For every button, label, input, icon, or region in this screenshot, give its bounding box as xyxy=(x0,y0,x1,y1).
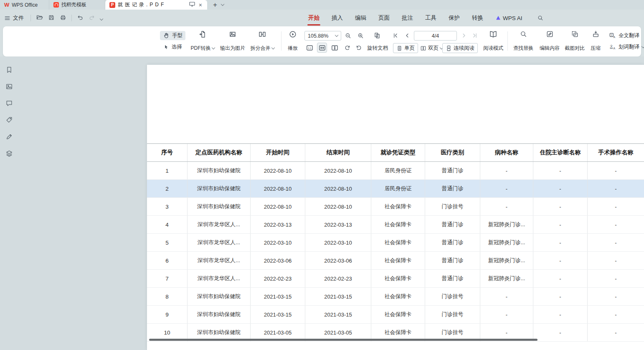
signature-pen-icon[interactable] xyxy=(5,133,13,141)
table-cell: 2022-03-13 xyxy=(305,216,371,233)
menubar-search-icon[interactable] xyxy=(537,15,544,21)
full-translate-button[interactable]: 文A 全文翻译 xyxy=(606,31,644,40)
single-page-toggle[interactable]: 单页 xyxy=(393,43,418,53)
file-menu-button[interactable]: 文件 xyxy=(4,14,24,22)
menu-tab-insert[interactable]: 插入 xyxy=(332,10,343,26)
fit-page-button[interactable] xyxy=(330,43,340,53)
tab-docer-templates[interactable]: 找稻壳模板 xyxy=(49,0,105,10)
edit-content-button[interactable]: 编辑内容 xyxy=(538,30,561,52)
pdf-convert-button[interactable]: PDF转换 xyxy=(189,30,216,52)
undo-icon[interactable] xyxy=(77,14,84,22)
select-tool-button[interactable]: 选择 xyxy=(160,42,185,51)
tab-close-icon[interactable]: × xyxy=(198,2,203,8)
table-cell: 深圳市龙华区人... xyxy=(188,216,251,233)
hand-tool-label: 手型 xyxy=(172,32,183,39)
menu-bar: 文件 开始 插入 编辑 页面 xyxy=(0,10,644,26)
chevron-down-icon xyxy=(641,44,644,48)
menu-tab-page[interactable]: 页面 xyxy=(378,10,390,26)
table-row: 8深圳市妇幼保健院2021-03-152021-03-15社会保障卡门诊挂号--… xyxy=(147,288,644,306)
rotate-left-button[interactable] xyxy=(342,43,352,53)
tag-icon[interactable] xyxy=(5,116,13,124)
prev-page-button[interactable] xyxy=(402,31,412,41)
monitor-icon[interactable] xyxy=(189,1,195,9)
hand-tool-button[interactable]: 手型 xyxy=(160,31,185,40)
table-cell: 居民身份证 xyxy=(371,162,425,179)
zoom-out-icon xyxy=(345,32,352,39)
screenshot-compare-button[interactable]: 截图对比 xyxy=(563,30,586,52)
table-cell: - xyxy=(533,162,588,179)
table-cell: 2021-03-15 xyxy=(305,306,371,323)
redo-icon[interactable] xyxy=(89,14,95,22)
double-page-toggle[interactable]: 双页 xyxy=(417,43,446,53)
full-translate-label: 全文翻译 xyxy=(619,32,639,39)
table-cell: 2022-08-10 xyxy=(251,162,305,179)
next-page-button[interactable] xyxy=(459,31,469,41)
column-header: 手术操作名称 xyxy=(588,144,644,161)
chevron-down-icon xyxy=(211,46,215,49)
menu-tab-protect[interactable]: 保护 xyxy=(449,10,460,26)
table-cell: 2022-08-10 xyxy=(251,198,305,215)
new-tab-button[interactable]: + xyxy=(207,0,221,10)
zoom-out-button[interactable] xyxy=(343,31,353,41)
table-cell: - xyxy=(588,216,644,233)
table-cell: 2022-03-10 xyxy=(251,234,305,251)
menu-tab-tools[interactable]: 工具 xyxy=(425,10,436,26)
layers-icon[interactable] xyxy=(5,149,13,158)
menu-wps-ai[interactable]: WPS AI xyxy=(495,10,522,26)
menu-tab-home[interactable]: 开始 xyxy=(308,10,319,26)
split-merge-label: 拆分合并 xyxy=(251,45,271,52)
table-cell: 居民身份证 xyxy=(371,180,425,197)
table-cell: 5 xyxy=(147,234,188,251)
table-cell: 4 xyxy=(147,216,188,233)
rotate-document-button[interactable]: 旋转文档 xyxy=(367,43,388,53)
table-cell: 2021-03-15 xyxy=(305,288,371,305)
table-cell: 深圳市妇幼保健院 xyxy=(188,288,251,305)
find-replace-button[interactable]: 查找替换 xyxy=(512,30,535,52)
table-cell: 新冠肺炎门诊... xyxy=(480,216,533,233)
continuous-read-toggle[interactable]: 连续阅读 xyxy=(442,43,478,53)
read-mode-button[interactable]: 阅读模式 xyxy=(482,30,505,52)
split-merge-button[interactable]: 拆分合并 xyxy=(248,30,277,52)
export-image-button[interactable]: 输出为图片 xyxy=(217,30,248,52)
table-cell: - xyxy=(588,252,644,269)
horizontal-scrollbar[interactable] xyxy=(149,339,538,341)
tab-wps-office[interactable]: W WPS Office xyxy=(0,0,49,10)
compress-button[interactable]: 压缩 xyxy=(588,30,603,52)
table-cell: 7 xyxy=(147,270,188,287)
first-page-button[interactable] xyxy=(390,31,401,41)
open-folder-icon[interactable] xyxy=(36,14,43,22)
play-button[interactable]: 播放 xyxy=(285,30,300,52)
docer-icon xyxy=(53,2,59,8)
last-page-button[interactable] xyxy=(470,31,480,41)
menu-tab-edit[interactable]: 编辑 xyxy=(355,10,366,26)
table-cell: 2022-08-10 xyxy=(305,180,371,197)
fit-width-button[interactable] xyxy=(317,43,327,53)
rotate-left-icon xyxy=(344,44,351,51)
zoom-in-button[interactable] xyxy=(355,31,365,41)
table-cell: - xyxy=(480,180,533,197)
thumbnail-icon[interactable] xyxy=(5,82,13,91)
rotate-right-button[interactable] xyxy=(354,43,364,53)
column-header: 结束时间 xyxy=(305,144,371,161)
page-thumbnail-button[interactable] xyxy=(372,31,382,41)
menu-tab-convert[interactable]: 转换 xyxy=(472,10,483,26)
compress-icon xyxy=(592,30,600,38)
quick-access-caret-icon[interactable] xyxy=(100,15,103,21)
page-number-input[interactable] xyxy=(414,31,457,41)
table-cell: 2022-02-23 xyxy=(251,270,305,287)
save-icon[interactable] xyxy=(48,14,55,22)
table-cell: 普通门诊 xyxy=(425,234,480,251)
zoom-level-select[interactable]: 105.88% xyxy=(304,31,341,41)
actual-size-button[interactable]: 1:1 xyxy=(304,43,314,53)
tab-list-caret-icon[interactable] xyxy=(221,0,228,10)
tab-document[interactable]: P 就医记录.PDF × xyxy=(105,0,207,10)
menu-tab-comment[interactable]: 批注 xyxy=(402,10,413,26)
svg-text:文: 文 xyxy=(610,33,613,36)
export-image-icon xyxy=(228,30,237,38)
bookmark-icon[interactable] xyxy=(5,66,13,74)
comment-icon[interactable] xyxy=(5,99,13,107)
print-icon[interactable] xyxy=(60,14,66,22)
word-translate-button[interactable]: 文A 划词翻译 xyxy=(606,42,644,51)
window-tab-bar: W WPS Office 找稻壳模板 P 就医记录.PDF × + xyxy=(0,0,644,10)
prev-page-icon xyxy=(404,32,411,39)
